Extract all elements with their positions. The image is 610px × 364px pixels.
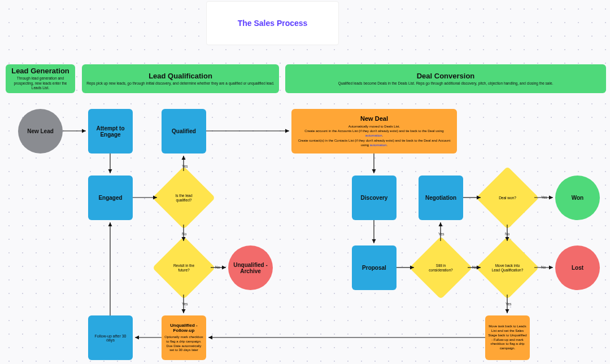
header-deal-conversion-title: Deal Conversion	[417, 72, 475, 80]
node-discovery[interactable]: Discovery	[352, 176, 396, 220]
node-qualified[interactable]: Qualified	[162, 109, 206, 154]
label-yes-5: Yes	[506, 302, 512, 306]
node-new-deal[interactable]: New Deal Automatically moved to Deals Li…	[291, 109, 457, 154]
header-deal-conversion: Deal Conversion Qualified leads become D…	[285, 64, 606, 93]
header-lead-qualification-sub: Reps pick up new leads, go through initi…	[86, 81, 274, 86]
node-attempt-engage[interactable]: Attempt to Engage	[88, 109, 133, 154]
label-no-3: No	[472, 265, 477, 269]
link-automation-1[interactable]: automation	[365, 134, 382, 137]
node-lost[interactable]: Lost	[555, 245, 600, 290]
header-deal-conversion-sub: Qualified leads become Deals in the Deal…	[338, 81, 554, 86]
node-negotiation[interactable]: Negotiation	[419, 176, 463, 220]
link-automation-2[interactable]: automation	[370, 143, 387, 147]
decision-move-back[interactable]: Move back into Lead Qualification?	[485, 245, 530, 290]
node-move-task-back-text: Move task back to Leads List and set the…	[487, 324, 528, 351]
node-new-deal-title: New Deal	[360, 115, 388, 122]
node-unqualified-followup-sub: Optionally mark checkbox to flag a drip …	[164, 335, 204, 353]
node-new-lead[interactable]: New Lead	[18, 109, 63, 154]
label-yes-1: Yes	[182, 164, 188, 168]
label-no-5: No	[541, 265, 546, 269]
node-archive[interactable]: Unqualified - Archive	[228, 245, 273, 290]
label-no-4: No	[505, 232, 509, 236]
diagram-title: The Sales Process	[206, 1, 339, 45]
label-no-2: No	[215, 265, 220, 269]
label-yes-4: Yes	[541, 195, 547, 199]
decision-deal-won[interactable]: Deal won?	[485, 176, 530, 220]
node-new-deal-desc: Automatically moved to Deals List. Creat…	[297, 124, 451, 148]
node-engaged[interactable]: Engaged	[88, 176, 133, 220]
node-move-task-back[interactable]: Move task back to Leads List and set the…	[485, 315, 530, 360]
node-proposal[interactable]: Proposal	[352, 245, 396, 290]
label-no-1: No	[182, 232, 186, 236]
label-yes-2: Yes	[182, 302, 188, 306]
header-lead-generation-sub: Through lead generation and prospecting,…	[10, 76, 71, 90]
header-lead-generation-title: Lead Generation	[11, 67, 69, 75]
label-yes-3: Yes	[438, 232, 445, 236]
header-lead-qualification: Lead Qualification Reps pick up new lead…	[82, 64, 279, 93]
node-followup-30[interactable]: Follow-up after 30 days	[88, 315, 133, 360]
header-lead-qualification-title: Lead Qualification	[149, 72, 212, 80]
header-lead-generation: Lead Generation Through lead generation …	[6, 64, 75, 93]
decision-is-qualified[interactable]: Is the lead qualified?	[162, 176, 206, 220]
decision-still-consideration[interactable]: Still in consideration?	[419, 245, 463, 290]
node-unqualified-followup[interactable]: Unqualified - Follow-up Optionally mark …	[162, 315, 206, 360]
node-unqualified-followup-title: Unqualified - Follow-up	[164, 323, 204, 334]
decision-revisit[interactable]: Revisit in the future?	[162, 245, 206, 290]
node-won[interactable]: Won	[555, 176, 600, 220]
